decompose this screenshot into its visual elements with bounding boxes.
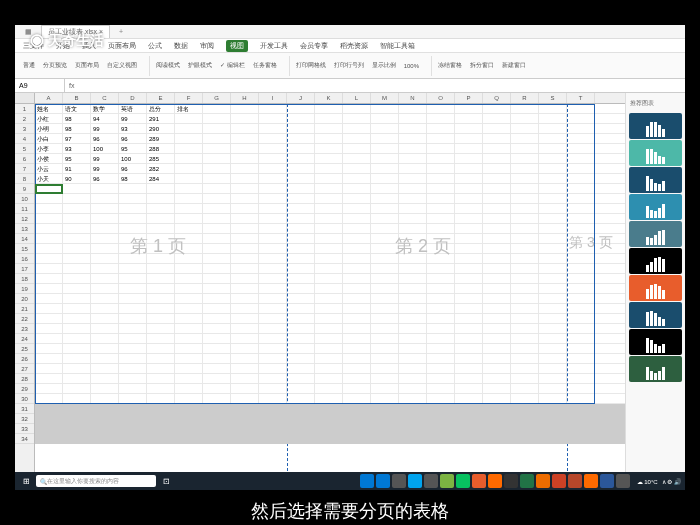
chart-template-0[interactable]	[629, 113, 682, 139]
col-header-J[interactable]: J	[287, 93, 315, 103]
cell[interactable]	[483, 104, 511, 113]
cell[interactable]	[259, 344, 287, 353]
cell[interactable]	[231, 174, 259, 183]
row-header-6[interactable]: 6	[15, 154, 34, 164]
cell[interactable]	[399, 284, 427, 293]
cell[interactable]	[203, 114, 231, 123]
cell[interactable]	[231, 164, 259, 173]
col-header-T[interactable]: T	[567, 93, 595, 103]
cell[interactable]	[539, 234, 567, 243]
cell[interactable]	[91, 344, 119, 353]
cell[interactable]	[511, 344, 539, 353]
cell[interactable]	[511, 114, 539, 123]
cell[interactable]	[315, 324, 343, 333]
cell[interactable]	[315, 184, 343, 193]
row-header-4[interactable]: 4	[15, 134, 34, 144]
cell[interactable]	[539, 344, 567, 353]
cell[interactable]	[315, 274, 343, 283]
chart-template-2[interactable]	[629, 167, 682, 193]
cell[interactable]	[315, 314, 343, 323]
cell[interactable]	[119, 224, 147, 233]
table-row[interactable]: 小白979696289	[35, 134, 625, 144]
cell[interactable]	[287, 124, 315, 133]
cell[interactable]	[343, 384, 371, 393]
cell[interactable]: 98	[63, 114, 91, 123]
cell[interactable]	[399, 184, 427, 193]
col-header-I[interactable]: I	[259, 93, 287, 103]
cell[interactable]	[455, 104, 483, 113]
cell[interactable]	[231, 204, 259, 213]
cell[interactable]	[455, 194, 483, 203]
cell[interactable]	[343, 164, 371, 173]
cell[interactable]	[539, 104, 567, 113]
cell[interactable]	[371, 264, 399, 273]
cell[interactable]	[483, 324, 511, 333]
cell[interactable]	[427, 204, 455, 213]
cell[interactable]	[483, 264, 511, 273]
cell[interactable]: 99	[91, 124, 119, 133]
cell[interactable]	[231, 334, 259, 343]
cell[interactable]	[203, 294, 231, 303]
cell[interactable]	[455, 354, 483, 363]
col-header-D[interactable]: D	[119, 93, 147, 103]
cell[interactable]	[455, 234, 483, 243]
cell[interactable]	[259, 114, 287, 123]
ribbon-10[interactable]: 显示比例	[370, 60, 398, 71]
cell[interactable]	[91, 244, 119, 253]
cell[interactable]	[343, 304, 371, 313]
cell[interactable]	[231, 124, 259, 133]
cell[interactable]	[483, 294, 511, 303]
cell[interactable]	[147, 364, 175, 373]
cell[interactable]	[231, 304, 259, 313]
row-header-33[interactable]: 33	[15, 424, 34, 434]
cell[interactable]: 95	[119, 144, 147, 153]
row-header-30[interactable]: 30	[15, 394, 34, 404]
taskbar-app-2[interactable]	[392, 474, 406, 488]
cell[interactable]	[511, 164, 539, 173]
cell[interactable]	[287, 154, 315, 163]
cell[interactable]	[511, 144, 539, 153]
row-header-3[interactable]: 3	[15, 124, 34, 134]
col-header-H[interactable]: H	[231, 93, 259, 103]
cell[interactable]	[315, 164, 343, 173]
cell[interactable]	[371, 104, 399, 113]
cell[interactable]	[35, 364, 63, 373]
cell[interactable]	[427, 384, 455, 393]
taskbar-app-16[interactable]	[616, 474, 630, 488]
cell[interactable]	[175, 294, 203, 303]
cell[interactable]	[147, 344, 175, 353]
row-header-34[interactable]: 34	[15, 434, 34, 444]
cell[interactable]	[259, 394, 287, 403]
cell[interactable]	[343, 244, 371, 253]
cell[interactable]	[455, 314, 483, 323]
cell[interactable]	[35, 294, 63, 303]
cell[interactable]	[455, 394, 483, 403]
taskbar-app-0[interactable]	[360, 474, 374, 488]
cell[interactable]	[539, 394, 567, 403]
cell[interactable]	[63, 284, 91, 293]
cell[interactable]	[231, 254, 259, 263]
cell[interactable]	[175, 264, 203, 273]
cell[interactable]	[427, 324, 455, 333]
cell[interactable]	[35, 244, 63, 253]
cell[interactable]	[427, 184, 455, 193]
cell[interactable]	[511, 194, 539, 203]
cell[interactable]	[35, 314, 63, 323]
cell[interactable]	[483, 114, 511, 123]
cell[interactable]	[567, 324, 595, 333]
cell[interactable]	[399, 194, 427, 203]
cell[interactable]	[119, 294, 147, 303]
cell[interactable]	[259, 314, 287, 323]
ribbon-6[interactable]: ✓ 编辑栏	[218, 60, 247, 71]
cell[interactable]	[287, 104, 315, 113]
cell[interactable]	[287, 164, 315, 173]
row-header-9[interactable]: 9	[15, 184, 34, 194]
cell[interactable]	[343, 144, 371, 153]
cell[interactable]	[63, 394, 91, 403]
cell[interactable]: 96	[91, 134, 119, 143]
cell[interactable]	[147, 394, 175, 403]
cell[interactable]	[315, 224, 343, 233]
row-header-22[interactable]: 22	[15, 314, 34, 324]
cell[interactable]	[343, 364, 371, 373]
cell[interactable]	[231, 144, 259, 153]
